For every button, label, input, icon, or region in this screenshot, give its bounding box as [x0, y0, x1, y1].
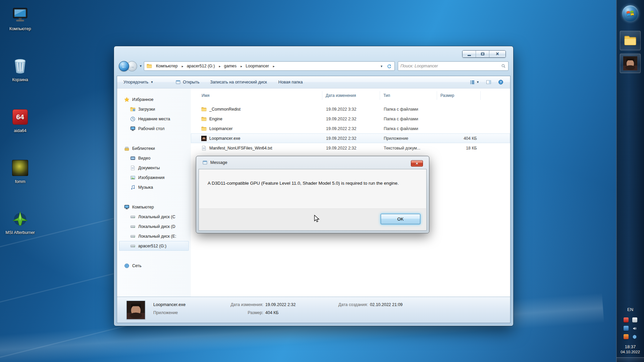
- dialog-title-bar: Message: [196, 156, 429, 169]
- sidebar-item-network[interactable]: Сеть: [119, 261, 189, 270]
- sidebar-item-downloads[interactable]: Загрузки: [119, 104, 189, 114]
- chevron-down-icon: ▼: [150, 80, 153, 84]
- sidebar-item-favorites[interactable]: Избранное: [119, 95, 189, 104]
- taskbar-item-photo[interactable]: [620, 54, 641, 73]
- column-header-type[interactable]: Тип: [380, 91, 437, 100]
- tray-icon-4[interactable]: [624, 334, 629, 339]
- burn-disc-button[interactable]: Записать на оптический диск: [207, 78, 270, 86]
- desktop-icon-recycle-bin[interactable]: Корзина: [3, 57, 37, 82]
- preview-pane-button[interactable]: [484, 78, 493, 86]
- sidebar-item-documents[interactable]: Документы: [119, 163, 189, 173]
- desktop-icon-msi-afterburner[interactable]: MSI Afterburner: [3, 210, 37, 235]
- monitor-icon: [130, 126, 136, 131]
- burn-label: Записать на оптический диск: [210, 80, 267, 84]
- sidebar-item-disk-g-selected[interactable]: apacer512 (G:): [119, 241, 189, 251]
- search-icon[interactable]: [501, 64, 506, 68]
- picture-icon: [130, 175, 136, 180]
- help-button[interactable]: [496, 78, 505, 86]
- sidebar-item-disk-c[interactable]: Локальный диск (C: [119, 212, 189, 222]
- tray-icon-1[interactable]: [624, 317, 629, 322]
- sidebar-label: Видео: [138, 156, 151, 161]
- dialog-close-button[interactable]: [411, 160, 423, 167]
- file-date: 19.09.2022 2:32: [323, 136, 380, 141]
- folder-icon: [201, 116, 207, 122]
- file-row[interactable]: _CommonRedist 19.09.2022 3:32 Папка с фа…: [191, 104, 510, 114]
- maximize-button[interactable]: [476, 51, 489, 57]
- language-indicator[interactable]: EN: [627, 307, 633, 312]
- sidebar-item-music[interactable]: Музыка: [119, 182, 189, 192]
- file-name: Manifest_NonUFSFiles_Win64.txt: [209, 146, 272, 150]
- clock-icon: [130, 116, 136, 122]
- show-desktop-button[interactable]: [616, 357, 644, 362]
- file-row[interactable]: Manifest_NonUFSFiles_Win64.txt 19.09.202…: [191, 143, 510, 153]
- minimize-button[interactable]: [463, 51, 476, 57]
- sidebar-item-computer[interactable]: Компьютер: [119, 202, 189, 212]
- start-button[interactable]: [622, 5, 638, 21]
- file-name: Loopmancer: [209, 126, 233, 131]
- column-header-size[interactable]: Размер: [437, 91, 481, 100]
- folder-icon: [201, 107, 207, 112]
- tray-icon-2[interactable]: [632, 317, 637, 322]
- organize-button[interactable]: Упорядочить ▼: [120, 78, 156, 86]
- sidebar-item-disk-d[interactable]: Локальный диск (D: [119, 222, 189, 231]
- details-modified-label: Дата изменения:: [223, 301, 263, 309]
- computer-icon: [11, 6, 29, 24]
- search-input[interactable]: [400, 64, 501, 68]
- column-header-name[interactable]: Имя: [191, 91, 322, 100]
- sidebar-label: Библиотеки: [132, 146, 155, 151]
- network-icon[interactable]: [632, 335, 637, 339]
- address-dropdown-chevron-icon[interactable]: [378, 64, 385, 68]
- views-icon: [470, 79, 475, 85]
- file-row-selected[interactable]: Loopmancer.exe 19.09.2022 2:32 Приложени…: [191, 133, 510, 143]
- file-type: Папка с файлами: [380, 107, 437, 112]
- file-row[interactable]: Loopmancer 19.09.2022 2:32 Папка с файла…: [191, 124, 510, 133]
- change-view-button[interactable]: ▼: [468, 78, 481, 86]
- file-type: Текстовый докум...: [380, 146, 437, 150]
- preview-pane-icon: [486, 79, 491, 85]
- drive-icon: [130, 234, 136, 239]
- dialog-body: A D3D11-compatible GPU (Feature Level 11…: [199, 169, 427, 231]
- desktop-icon-aida64[interactable]: aida64: [3, 108, 37, 133]
- column-header-date[interactable]: Дата изменения: [322, 91, 380, 100]
- computer-icon: [124, 204, 129, 210]
- details-pane: Loopmancer.exe Приложение Дата изменения…: [117, 297, 510, 323]
- sidebar-item-recent-places[interactable]: Недавние места: [119, 114, 189, 124]
- sidebar-item-video[interactable]: Видео: [119, 153, 189, 163]
- sidebar-item-disk-e[interactable]: Локальный диск (E:: [119, 231, 189, 241]
- taskbar-item-explorer[interactable]: [620, 31, 641, 50]
- maximize-icon: [481, 53, 484, 55]
- breadcrumb-item[interactable]: Компьютер: [153, 62, 184, 70]
- tray-icon-3[interactable]: [624, 326, 629, 331]
- refresh-button[interactable]: [385, 62, 393, 70]
- sidebar-label: Изображения: [138, 175, 165, 180]
- file-type: Приложение: [380, 136, 437, 141]
- new-folder-button[interactable]: Новая папка: [275, 78, 306, 86]
- breadcrumb-item[interactable]: apacer512 (G:): [184, 62, 221, 70]
- refresh-icon: [387, 64, 392, 69]
- file-row[interactable]: Engine 19.09.2022 2:32 Папка с файлами: [191, 114, 510, 124]
- minimize-icon: [468, 55, 471, 56]
- sidebar-label: Документы: [138, 166, 160, 170]
- breadcrumb[interactable]: Компьютер apacer512 (G:) games Loopmance…: [144, 61, 395, 71]
- volume-icon[interactable]: [632, 326, 637, 331]
- taskbar-clock[interactable]: 18:37 04.10.2022: [621, 344, 640, 355]
- close-button[interactable]: [489, 51, 505, 57]
- windows-logo-icon: [626, 9, 635, 18]
- recent-pages-chevron-icon[interactable]: [139, 64, 142, 68]
- ok-button[interactable]: OK: [381, 214, 420, 224]
- sidebar-item-desktop[interactable]: Рабочий стол: [119, 124, 189, 133]
- breadcrumb-item[interactable]: games: [221, 62, 243, 70]
- desktop-icon-computer[interactable]: Компьютер: [3, 6, 37, 32]
- sidebar-item-libraries[interactable]: Библиотеки: [119, 143, 189, 153]
- open-button[interactable]: Открыть: [172, 78, 202, 86]
- drive-icon: [130, 224, 136, 229]
- back-button[interactable]: [119, 61, 129, 71]
- desktop-icon-label: fomm: [15, 179, 25, 184]
- sidebar-label: Музыка: [138, 185, 153, 190]
- breadcrumb-item[interactable]: Loopmancer: [243, 62, 275, 70]
- desktop-icon-fomm[interactable]: fomm: [3, 159, 37, 184]
- sidebar-item-pictures[interactable]: Изображения: [119, 173, 189, 182]
- desktop-icon-label: Компьютер: [9, 26, 31, 32]
- sidebar-label: Сеть: [132, 263, 142, 268]
- desktop-icon-label: aida64: [14, 128, 26, 133]
